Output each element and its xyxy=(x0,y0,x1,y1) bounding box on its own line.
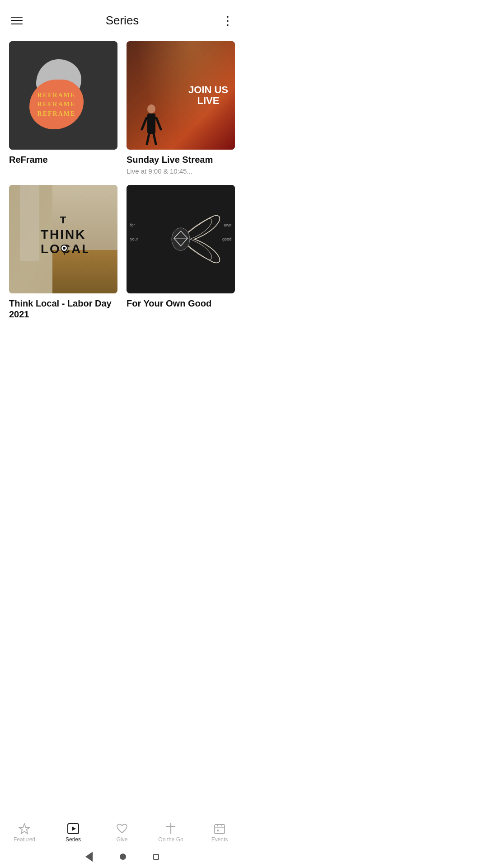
sunday-live-title: Sunday Live Stream xyxy=(127,154,235,165)
fyog-own-text: own xyxy=(224,223,231,227)
series-card-reframe[interactable]: REFRAME REFRAME REFRAME ReFrame xyxy=(9,41,117,176)
app-header: Series ⋮ xyxy=(0,0,244,32)
svg-text:THINK: THINK xyxy=(41,227,86,241)
svg-point-0 xyxy=(147,104,155,113)
think-local-thumbnail: T THINK LOCAL xyxy=(9,185,117,293)
more-dots-icon[interactable]: ⋮ xyxy=(222,15,233,27)
fyog-your-text: your xyxy=(130,237,138,241)
series-card-fyog[interactable]: for your own good For Your Own Good xyxy=(127,185,235,320)
svg-point-9 xyxy=(63,247,66,250)
menu-icon[interactable] xyxy=(11,17,23,25)
reframe-title: ReFrame xyxy=(9,154,117,165)
page-title: Series xyxy=(106,14,139,28)
series-card-think-local[interactable]: T THINK LOCAL Think Local - Labor Day 20… xyxy=(9,185,117,320)
svg-line-5 xyxy=(154,134,156,144)
fyog-for-text: for xyxy=(130,223,135,227)
svg-line-4 xyxy=(147,134,149,144)
think-local-title: Think Local - Labor Day 2021 xyxy=(9,298,117,320)
fyog-good-text: good xyxy=(222,237,231,241)
series-grid: REFRAME REFRAME REFRAME ReFrame xyxy=(0,32,244,320)
fyog-title: For Your Own Good xyxy=(127,298,235,309)
reframe-thumbnail: REFRAME REFRAME REFRAME xyxy=(9,41,117,150)
svg-rect-1 xyxy=(147,113,155,134)
series-card-sunday-live[interactable]: JOIN USLIVE Sunday Live Stream Live at 9… xyxy=(127,41,235,176)
fyog-thumbnail: for your own good xyxy=(127,185,235,293)
sunday-live-subtitle: Live at 9:00 & 10:45... xyxy=(127,167,235,176)
join-live-text: JOIN USLIVE xyxy=(188,85,228,106)
sunday-live-thumbnail: JOIN USLIVE xyxy=(127,41,235,150)
svg-line-3 xyxy=(156,118,161,129)
svg-line-2 xyxy=(142,118,146,129)
